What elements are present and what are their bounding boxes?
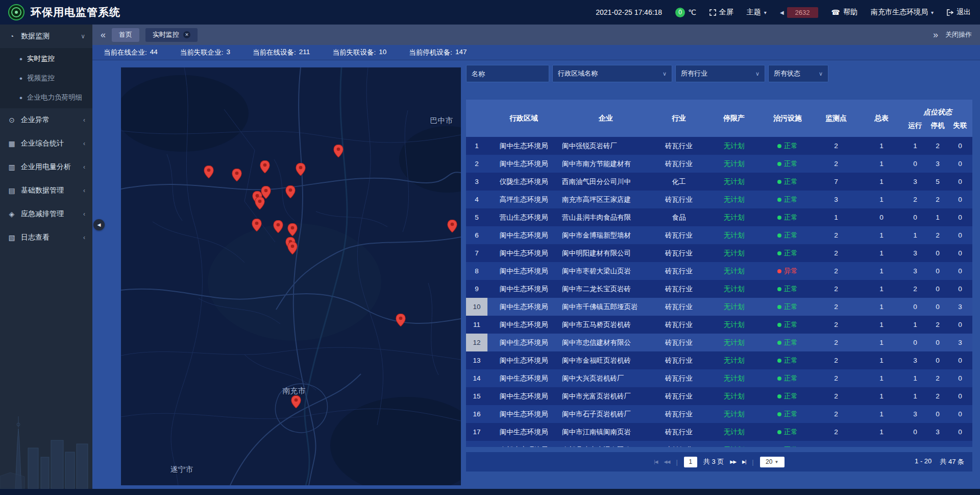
- map-pin-icon[interactable]: [255, 197, 265, 209]
- map-pin-icon[interactable]: [232, 169, 242, 181]
- city-label: 南充市: [283, 386, 306, 396]
- table-row[interactable]: 14阆中生态环境局阆中大兴页岩机砖厂砖瓦行业无计划正常21120: [466, 369, 972, 387]
- table-row[interactable]: 4高坪生态环境局南充市高坪区王家店建砖瓦行业无计划正常31220: [466, 191, 972, 208]
- fullscreen-button[interactable]: 全屏: [709, 8, 733, 17]
- cell-stopped: 2: [926, 142, 949, 150]
- map-pin-icon[interactable]: [204, 166, 214, 178]
- cell-total-meters: 1: [859, 374, 904, 382]
- marquee-prev-icon[interactable]: ◀: [780, 10, 784, 15]
- stat-label: 当前停机设备:: [409, 48, 452, 57]
- map-pin-icon[interactable]: [334, 145, 344, 157]
- cell-stopped: 0: [926, 285, 949, 293]
- page-first-icon[interactable]: |◀: [654, 459, 657, 464]
- sidebar-collapse-button[interactable]: ◀: [93, 219, 105, 230]
- table-row[interactable]: 18南部生态环境局南部县建丰水泥有限公建材行业无计划正常21030: [466, 441, 972, 447]
- sidebar-item-default[interactable]: •企业电力负荷明细: [0, 88, 92, 107]
- page-size-select[interactable]: 20 ▼: [760, 457, 785, 467]
- help-button[interactable]: ☎ 帮助: [831, 8, 857, 17]
- cell-total-meters: 1: [859, 410, 904, 418]
- cell-monitor-points: 2: [813, 231, 859, 239]
- map-roads: [121, 67, 461, 485]
- sidebar-group-gauge[interactable]: ◔数据监测∨: [0, 25, 92, 48]
- cell-lost: 0: [949, 142, 971, 150]
- industry-filter-select[interactable]: 所有行业 ∨: [675, 65, 765, 82]
- cell-lost: 0: [949, 231, 971, 239]
- region-filter-select[interactable]: 行政区域名称 ∨: [552, 65, 672, 82]
- cell-total-meters: 1: [859, 249, 904, 257]
- cell-monitor-points: 7: [813, 178, 859, 185]
- cell-company: 阆中市光富页岩机砖厂: [560, 392, 652, 401]
- fullscreen-label: 全屏: [719, 8, 733, 17]
- tab-realtime-monitor[interactable]: 实时监控 ✕: [145, 28, 198, 42]
- close-operations-button[interactable]: 关闭操作: [945, 30, 972, 39]
- cell-region: 仪陇生态环境局: [487, 177, 560, 186]
- sidebar-item-default[interactable]: •视频监控: [0, 68, 92, 88]
- stat-value: 3: [227, 48, 231, 57]
- cell-region: 阆中生态环境局: [487, 249, 560, 258]
- cell-company: 阆中市金博瑞新型墙材: [560, 231, 652, 240]
- stat-item: 当前失联设备:10: [332, 48, 386, 57]
- sidebar-group-log[interactable]: ▧日志查看‹: [0, 226, 92, 249]
- table-row[interactable]: 16阆中生态环境局阆中市石子页岩机砖厂砖瓦行业无计划正常21300: [466, 405, 972, 423]
- name-filter-input[interactable]: [466, 65, 549, 82]
- cell-limit-status: 无计划: [706, 177, 762, 186]
- cell-running: 0: [904, 214, 926, 221]
- sidebar-group-stats[interactable]: ▦企业综合统计‹: [0, 132, 92, 155]
- map-pin-icon[interactable]: [274, 220, 283, 233]
- table-row[interactable]: 11阆中生态环境局阆中市五马桥页岩机砖砖瓦行业无计划正常21120: [466, 316, 972, 334]
- page-next-icon[interactable]: ▶▶: [730, 459, 736, 464]
- map-pin-icon[interactable]: [291, 395, 301, 408]
- table-row[interactable]: 9阆中生态环境局阆中市二龙长宝页岩砖砖瓦行业无计划正常21200: [466, 280, 972, 298]
- status-dot-icon: [777, 162, 781, 166]
- tab-home[interactable]: 首页: [112, 28, 139, 42]
- map-pin-icon[interactable]: [288, 223, 298, 236]
- cell-company: 营山县润丰肉食品有限: [560, 213, 652, 222]
- tabs-scroll-left-icon[interactable]: «: [101, 30, 106, 39]
- cell-total-meters: 1: [859, 178, 904, 185]
- map-pin-icon[interactable]: [252, 219, 262, 231]
- map-pin-icon[interactable]: [396, 314, 406, 326]
- table-row[interactable]: 3仪陇生态环境局西南油气田分公司川中化工无计划正常71350: [466, 173, 972, 191]
- map-pin-icon[interactable]: [288, 242, 298, 254]
- current-page-input[interactable]: 1: [684, 457, 697, 467]
- cell-facility-status: 正常: [762, 213, 813, 222]
- tabs-scroll-right-icon[interactable]: »: [933, 30, 938, 39]
- cell-limit-status: 无计划: [706, 338, 762, 347]
- table-row[interactable]: 12阆中生态环境局阆中市忠信建材有限公砖瓦行业无计划正常21003: [466, 334, 972, 351]
- status-filter-select[interactable]: 所有状态 ∨: [768, 65, 828, 82]
- table-row[interactable]: 7阆中生态环境局阆中明阳建材有限公司砖瓦行业无计划正常21300: [466, 244, 972, 262]
- table-row[interactable]: 13阆中生态环境局阆中市金福旺页岩机砖砖瓦行业无计划正常21300: [466, 351, 972, 369]
- page-prev-icon[interactable]: ◀◀: [664, 459, 670, 464]
- logout-button[interactable]: 退出: [947, 8, 971, 17]
- sidebar-group-alert[interactable]: ⊙企业异常‹: [0, 108, 92, 132]
- map-pin-icon[interactable]: [260, 160, 270, 173]
- table-row[interactable]: 15阆中生态环境局阆中市光富页岩机砖厂砖瓦行业无计划正常21120: [466, 387, 972, 405]
- table-row[interactable]: 17阆中生态环境局阆中市江南镇阆南页岩砖瓦行业无计划正常21030: [466, 423, 972, 441]
- sidebar-group-emergency[interactable]: ◈应急减排管理‹: [0, 202, 92, 226]
- cell-index: 11: [466, 316, 487, 334]
- map[interactable]: 巴中市南充市遂宁市: [121, 67, 461, 485]
- table-row[interactable]: 6阆中生态环境局阆中市金博瑞新型墙材砖瓦行业无计划正常21120: [466, 226, 972, 244]
- sidebar-group-database[interactable]: ▤基础数据管理‹: [0, 179, 92, 202]
- table-row[interactable]: 1阆中生态环境局阆中强锐页岩砖厂砖瓦行业无计划正常21120: [466, 137, 972, 155]
- org-menu[interactable]: 南充市生态环境局 ▾: [871, 8, 934, 17]
- cell-industry: 砖瓦行业: [652, 285, 706, 294]
- map-pin-icon[interactable]: [296, 163, 306, 176]
- alert-ticker[interactable]: ◀ 2632: [780, 7, 818, 18]
- table-row[interactable]: 10阆中生态环境局阆中市千佛镇五郎垭页岩砖瓦行业无计划正常21003: [466, 298, 972, 316]
- page-last-icon[interactable]: ▶|: [742, 459, 746, 464]
- table-row[interactable]: 2阆中生态环境局阆中市南方节能建材有砖瓦行业无计划正常21030: [466, 155, 972, 173]
- cell-stopped: 3: [926, 160, 949, 168]
- map-pin-icon[interactable]: [448, 220, 457, 232]
- bullet-icon: •: [19, 55, 22, 63]
- sidebar-submenu: •实时监控•视频监控•企业电力负荷明细: [0, 48, 92, 108]
- map-pin-icon[interactable]: [286, 185, 296, 198]
- sidebar-item-active[interactable]: •实时监控: [0, 49, 92, 68]
- table-row[interactable]: 8阆中生态环境局阆中市枣碧大梁山页岩砖瓦行业无计划异常21300: [466, 262, 972, 280]
- sidebar-group-analysis[interactable]: ▥企业用电量分析‹: [0, 155, 92, 179]
- close-tab-icon[interactable]: ✕: [183, 31, 190, 38]
- theme-menu[interactable]: 主题 ▾: [747, 8, 767, 17]
- cell-industry: 砖瓦行业: [652, 356, 706, 365]
- cell-running: 1: [904, 374, 926, 382]
- table-row[interactable]: 5营山生态环境局营山县润丰肉食品有限食品无计划正常10010: [466, 208, 972, 226]
